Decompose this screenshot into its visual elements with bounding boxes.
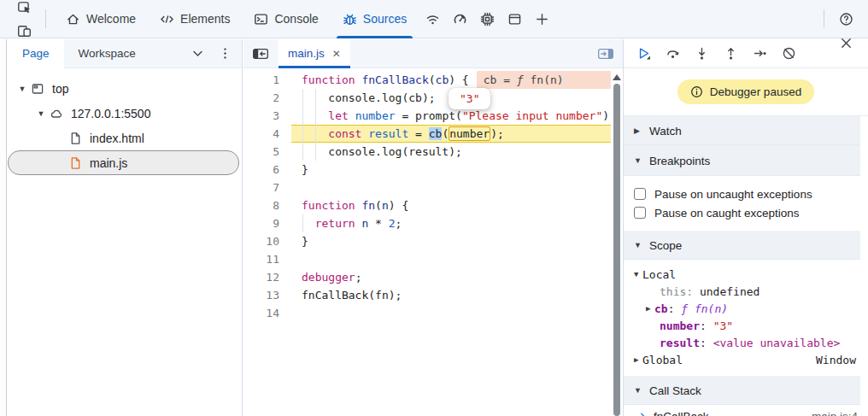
memory[interactable] bbox=[475, 7, 499, 31]
line-number[interactable]: 5 bbox=[243, 143, 291, 161]
tab-sources[interactable]: Sources bbox=[331, 0, 419, 38]
scope-group-global[interactable]: ▶GlobalWindow bbox=[624, 351, 868, 368]
home-icon bbox=[66, 12, 80, 26]
line-number[interactable]: 3 bbox=[243, 107, 291, 125]
tab-elements[interactable]: Elements bbox=[148, 0, 242, 38]
more-navigator-tabs[interactable] bbox=[185, 42, 209, 66]
code-line-12: 12debugger; bbox=[243, 268, 611, 286]
frame-name: fnCallBack bbox=[654, 410, 709, 416]
line-number[interactable]: 6 bbox=[243, 161, 291, 179]
checkbox-unchecked[interactable] bbox=[634, 188, 646, 200]
code-text[interactable] bbox=[291, 250, 611, 268]
section-watch[interactable]: ▶ Watch bbox=[624, 116, 860, 145]
indent-guide bbox=[315, 89, 316, 107]
inspect-element[interactable] bbox=[12, 0, 36, 19]
resume-script-execution[interactable] bbox=[629, 42, 658, 66]
step-out-of-current-function[interactable] bbox=[716, 42, 745, 66]
line-number[interactable]: 2 bbox=[243, 89, 291, 107]
customize-devtools[interactable] bbox=[834, 0, 858, 7]
line-number[interactable]: 14 bbox=[243, 304, 291, 322]
code-text[interactable]: let number = prompt("Please input number… bbox=[291, 107, 611, 125]
chevron-down-icon[interactable]: ▼ bbox=[634, 241, 642, 249]
show-debugger-panel-icon[interactable] bbox=[595, 44, 616, 64]
code-text[interactable]: const result = cb(number); bbox=[291, 125, 611, 143]
chevron-down-icon[interactable]: ▼ bbox=[634, 270, 642, 278]
tab-page[interactable]: Page bbox=[8, 39, 64, 68]
close-devtools[interactable] bbox=[834, 31, 858, 55]
code-line-13: 13fnCallBack(fn); bbox=[243, 286, 611, 304]
performance[interactable] bbox=[448, 7, 472, 31]
more-tools[interactable] bbox=[530, 7, 554, 31]
line-number[interactable]: 1 bbox=[243, 71, 291, 89]
scope-var-result: result: <value unavailable> bbox=[624, 334, 868, 351]
section-scope[interactable]: ▼ Scope bbox=[624, 231, 860, 260]
tab-console[interactable]: Console bbox=[242, 0, 330, 38]
console-icon bbox=[254, 12, 268, 26]
step-over-next-function-call[interactable] bbox=[658, 42, 687, 66]
code-text[interactable] bbox=[291, 304, 611, 322]
scope-label: Scope bbox=[649, 239, 682, 252]
tab-welcome[interactable]: Welcome bbox=[54, 0, 148, 38]
inspect-element-icon bbox=[17, 0, 32, 15]
section-breakpoints[interactable]: ▼ Breakpoints bbox=[624, 145, 860, 176]
breakpoint-option[interactable]: Pause on caught exceptions bbox=[634, 203, 858, 222]
code-area[interactable]: 1function fnCallBack(cb) {cb = ƒ fn(n)2 … bbox=[243, 68, 611, 416]
section-call-stack[interactable]: ▼ Call Stack bbox=[624, 376, 860, 405]
scope-body: ▼Localthis: undefined▶cb: ƒ fn(n)number:… bbox=[624, 260, 868, 376]
tree-item-top[interactable]: ▼top bbox=[8, 76, 242, 101]
step-into-next-function-call[interactable] bbox=[687, 42, 716, 66]
code-text[interactable]: } bbox=[291, 161, 611, 179]
code-text[interactable]: console.log(result); bbox=[291, 143, 611, 161]
close-tab-icon[interactable]: ✕ bbox=[332, 49, 341, 59]
chevron-right-icon[interactable]: ▶ bbox=[634, 126, 642, 135]
resume-script-execution-icon bbox=[636, 46, 651, 61]
chevron-right-icon[interactable]: ▶ bbox=[646, 304, 654, 313]
call-stack-label: Call Stack bbox=[649, 384, 701, 397]
network[interactable] bbox=[420, 7, 444, 31]
tree-item-index-html[interactable]: index.html bbox=[8, 126, 242, 150]
line-number[interactable]: 13 bbox=[243, 286, 291, 304]
tab-welcome-label: Welcome bbox=[86, 12, 136, 26]
code-text[interactable]: fnCallBack(fn); bbox=[291, 286, 611, 304]
line-number[interactable]: 4 bbox=[243, 125, 291, 143]
editor-tab-main-js[interactable]: main.js ✕ bbox=[279, 39, 350, 68]
line-number[interactable]: 8 bbox=[243, 196, 291, 214]
breakpoint-option[interactable]: Pause on uncaught exceptions bbox=[634, 185, 858, 203]
code-text[interactable]: debugger; bbox=[291, 268, 611, 286]
tab-workspace[interactable]: Workspace bbox=[64, 39, 150, 68]
code-text[interactable]: } bbox=[291, 232, 611, 250]
line-number[interactable]: 12 bbox=[243, 268, 291, 286]
line-number[interactable]: 9 bbox=[243, 214, 291, 232]
line-number[interactable]: 10 bbox=[243, 232, 291, 250]
deactivate-breakpoints[interactable] bbox=[774, 42, 803, 66]
scroll-up-arrow[interactable] bbox=[613, 74, 621, 80]
step-icon bbox=[753, 46, 767, 61]
scrollbar-thumb[interactable] bbox=[613, 84, 620, 416]
indent-guide bbox=[302, 214, 303, 232]
code-text[interactable] bbox=[291, 179, 611, 196]
line-number[interactable]: 11 bbox=[243, 250, 291, 268]
navigator-tabbar: Page Workspace bbox=[8, 39, 242, 68]
application[interactable] bbox=[502, 7, 526, 31]
step[interactable] bbox=[745, 42, 774, 66]
chevron-down-icon[interactable]: ▼ bbox=[634, 386, 642, 395]
line-number[interactable]: 7 bbox=[243, 179, 291, 196]
chevron-right-icon[interactable]: ▶ bbox=[634, 355, 642, 364]
code-text[interactable]: function fnCallBack(cb) {cb = ƒ fn(n) bbox=[291, 71, 611, 89]
navigator-menu[interactable] bbox=[213, 42, 237, 66]
scope-group-local[interactable]: ▼Local bbox=[624, 266, 868, 283]
code-text[interactable]: function fn(n) { bbox=[291, 196, 611, 214]
device-emulation[interactable] bbox=[12, 19, 36, 43]
hide-navigator-icon[interactable] bbox=[250, 44, 271, 64]
code-text[interactable]: return n * 2; bbox=[291, 214, 611, 232]
tree-item-main-js[interactable]: main.js bbox=[8, 150, 239, 175]
call-stack-frame-fnCallBack[interactable]: fnCallBackmain.js:4 bbox=[624, 405, 868, 416]
checkbox-unchecked[interactable] bbox=[634, 207, 646, 219]
tree-item-127-0-0-1-5500[interactable]: ▼127.0.0.1:5500 bbox=[8, 101, 242, 126]
tab-console-label: Console bbox=[274, 12, 318, 26]
help[interactable] bbox=[834, 7, 858, 31]
chevron-down-icon[interactable]: ▼ bbox=[634, 156, 642, 165]
tree-item-label: index.html bbox=[90, 132, 144, 145]
chevron-down-icon[interactable]: ▼ bbox=[14, 85, 31, 93]
chevron-down-icon[interactable]: ▼ bbox=[32, 109, 50, 118]
